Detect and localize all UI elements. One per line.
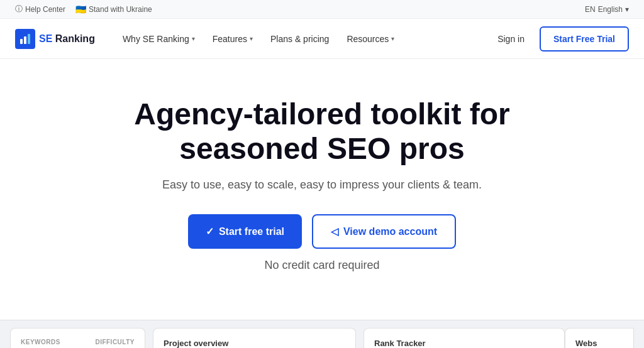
nav-plans-label: Plans & pricing [270, 34, 329, 44]
send-icon: ◁ [331, 226, 338, 237]
lang-label: English [598, 5, 623, 14]
logo[interactable]: SE Ranking [15, 29, 95, 49]
keywords-panel: KEYWORDS DIFFICULTY search console 76 we… [10, 328, 145, 348]
hero-subheadline: Easy to use, easy to scale, easy to impr… [15, 178, 629, 192]
project-overview-panel: Project overview % IN TOP 10 30 2% ↑ [153, 328, 356, 348]
top-bar: ⓘ Help Center 🇺🇦 Stand with Ukraine EN E… [0, 0, 644, 19]
main-nav: SE Ranking Why SE Ranking ▾ Features ▾ P… [0, 19, 644, 59]
logo-text: SE Ranking [39, 33, 95, 45]
ukraine-flag: 🇺🇦 [75, 4, 86, 14]
nav-plans-pricing[interactable]: Plans & pricing [263, 29, 336, 49]
start-trial-label: Start free trial [219, 226, 284, 237]
hero-buttons: ✓ Start free trial ◁ View demo account [15, 214, 629, 249]
why-chevron-icon: ▾ [192, 35, 195, 42]
features-chevron-icon: ▾ [250, 35, 253, 42]
nav-links: Why SE Ranking ▾ Features ▾ Plans & pric… [115, 29, 490, 49]
help-center-label: Help Center [25, 5, 65, 14]
nav-features[interactable]: Features ▾ [205, 29, 260, 49]
shield-check-icon: ✓ [206, 226, 214, 237]
view-demo-button[interactable]: ◁ View demo account [312, 214, 456, 249]
resources-chevron-icon: ▾ [391, 35, 394, 42]
nav-resources[interactable]: Resources ▾ [339, 29, 402, 49]
rank-tracker-title: Rank Tracker [374, 339, 554, 348]
lang-selector[interactable]: EN English ▾ [585, 5, 629, 14]
start-free-trial-hero-button[interactable]: ✓ Start free trial [188, 214, 302, 249]
nav-resources-label: Resources [347, 34, 389, 44]
webs-panel: Webs [565, 328, 634, 348]
help-icon: ⓘ [15, 4, 23, 14]
keywords-col-header: KEYWORDS [21, 339, 60, 345]
ukraine-label: Stand with Ukraine [89, 5, 152, 14]
nav-why-se-ranking[interactable]: Why SE Ranking ▾ [115, 29, 203, 49]
start-free-trial-nav-button[interactable]: Start Free Trial [540, 26, 629, 52]
hero-headline: Agency-tailored toolkit for seasoned SEO… [70, 97, 574, 166]
sign-in-link[interactable]: Sign in [490, 29, 532, 49]
nav-why-label: Why SE Ranking [123, 34, 189, 44]
nav-right: Sign in Start Free Trial [490, 26, 629, 52]
webs-title: Webs [575, 339, 623, 348]
ukraine-link[interactable]: 🇺🇦 Stand with Ukraine [75, 4, 152, 14]
project-overview-title: Project overview [164, 339, 345, 348]
lang-chevron-icon: ▾ [625, 5, 629, 14]
dashboard-preview: KEYWORDS DIFFICULTY search console 76 we… [0, 320, 644, 348]
rank-tracker-panel: Rank Tracker KEYWORD CONTENT SCORE SEARC… [364, 328, 565, 348]
help-center-link[interactable]: ⓘ Help Center [15, 4, 65, 14]
nav-features-label: Features [213, 34, 247, 44]
no-credit-text: No credit card required [15, 259, 629, 272]
logo-icon [15, 29, 35, 49]
lang-code: EN [585, 5, 596, 14]
view-demo-label: View demo account [343, 226, 437, 237]
difficulty-col-header: DIFFICULTY [95, 339, 135, 345]
hero-section: Agency-tailored toolkit for seasoned SEO… [0, 59, 644, 320]
